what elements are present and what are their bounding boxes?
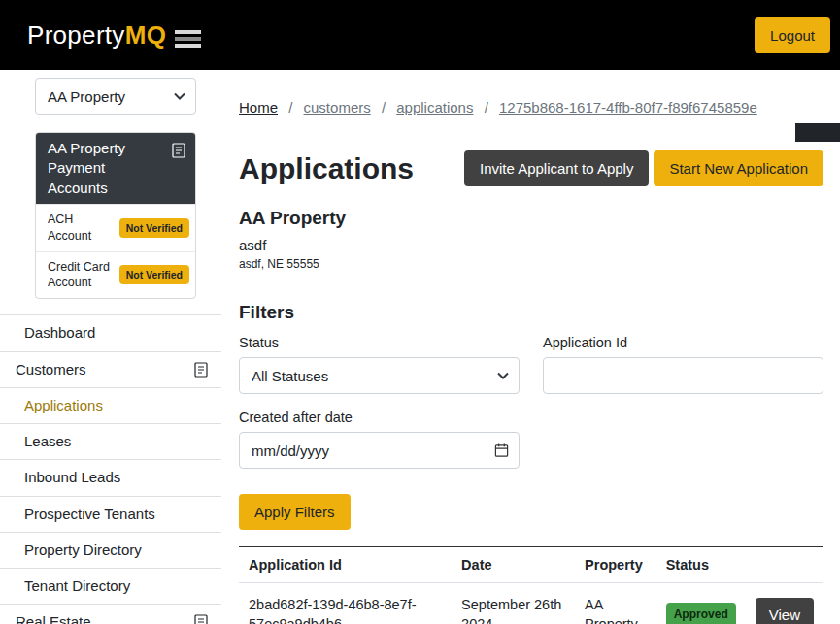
sidebar-item-inbound-leads[interactable]: Inbound Leads xyxy=(0,459,221,495)
title-actions: Invite Applicant to Apply Start New Appl… xyxy=(464,150,823,186)
filters-title: Filters xyxy=(239,302,823,323)
start-new-application-button[interactable]: Start New Application xyxy=(654,150,823,186)
property-name: AA Property xyxy=(239,208,823,229)
breadcrumb-applications[interactable]: applications xyxy=(396,99,473,115)
view-button[interactable]: View xyxy=(756,598,814,624)
sidebar-item-leases[interactable]: Leases xyxy=(0,423,221,459)
cell-action: View xyxy=(746,583,823,624)
document-icon xyxy=(194,614,208,624)
payment-account-row-credit-card[interactable]: Credit Card Account Not Verified xyxy=(36,251,195,299)
cell-application-id: 2bad682f-139d-46b8-8e7f-57ec9a9db4b6 xyxy=(239,583,452,624)
header-application-id: Application Id xyxy=(239,547,452,583)
sidebar-item-applications[interactable]: Applications xyxy=(0,387,221,423)
sidebar-item-real-estate[interactable]: Real Estate xyxy=(0,604,221,624)
created-after-field: Created after date xyxy=(239,410,520,469)
breadcrumb-application-id[interactable]: 1275b868-1617-4ffb-80f7-f89f6745859e xyxy=(499,99,757,115)
sidebar-item-property-directory[interactable]: Property Directory xyxy=(0,532,221,568)
sidebar-item-label: Customers xyxy=(16,360,86,379)
table-row: 2bad682f-139d-46b8-8e7f-57ec9a9db4b6 Sep… xyxy=(239,583,823,624)
sidebar-nav: Dashboard Customers Applications Leases … xyxy=(0,314,221,624)
header-action xyxy=(746,547,823,583)
brand-text: PropertyMQ xyxy=(27,20,166,50)
breadcrumb-separator: / xyxy=(288,99,292,115)
application-id-label: Application Id xyxy=(543,335,823,350)
payment-accounts-header: AA Property Payment Accounts xyxy=(36,133,195,204)
property-select-wrap: AA Property xyxy=(35,78,196,115)
filters-form: Status All Statuses Application Id Creat… xyxy=(239,335,823,469)
logout-button[interactable]: Logout xyxy=(755,17,830,53)
application-id-input[interactable] xyxy=(543,357,823,394)
brand-mq: MQ xyxy=(125,20,166,49)
status-label: Status xyxy=(239,335,520,350)
status-select[interactable]: All Statuses xyxy=(239,357,520,394)
header-property: Property xyxy=(575,547,656,583)
invite-applicant-button[interactable]: Invite Applicant to Apply xyxy=(464,150,649,186)
property-address-line1: asdf xyxy=(239,237,823,253)
brand-property: Property xyxy=(27,20,125,49)
not-verified-badge: Not Verified xyxy=(119,265,189,284)
sidebar-item-prospective-tenants[interactable]: Prospective Tenants xyxy=(0,496,221,532)
payment-accounts-title: AA Property Payment Accounts xyxy=(48,139,166,198)
sidebar-item-customers[interactable]: Customers xyxy=(0,351,221,387)
apply-filters-button[interactable]: Apply Filters xyxy=(239,494,351,530)
cell-date: September 26th 2024 xyxy=(452,583,575,624)
sidebar: AA Property AA Property Payment Accounts… xyxy=(0,70,221,624)
property-select[interactable]: AA Property xyxy=(35,78,196,115)
sidebar-item-tenant-directory[interactable]: Tenant Directory xyxy=(0,568,221,604)
top-navbar: PropertyMQ Logout xyxy=(0,0,840,70)
cell-status: Approved xyxy=(656,583,746,624)
payment-account-label: ACH Account xyxy=(48,212,114,245)
breadcrumb-home[interactable]: Home xyxy=(239,99,278,115)
breadcrumb: Home / customers / applications / 1275b8… xyxy=(239,99,823,115)
header-status: Status xyxy=(656,547,746,583)
header-date: Date xyxy=(452,547,575,583)
applications-table: Application Id Date Property Status 2bad… xyxy=(239,546,823,624)
main-content: Home / customers / applications / 1275b8… xyxy=(221,70,840,624)
menu-lines-icon xyxy=(175,30,201,48)
title-row: Applications Invite Applicant to Apply S… xyxy=(239,150,823,186)
payment-accounts-card: AA Property Payment Accounts ACH Account… xyxy=(35,132,196,299)
page-title: Applications xyxy=(239,152,414,185)
document-icon xyxy=(194,362,208,378)
breadcrumb-customers[interactable]: customers xyxy=(304,99,371,115)
dark-strip xyxy=(795,123,840,142)
table-header-row: Application Id Date Property Status xyxy=(239,547,823,583)
sidebar-item-dashboard[interactable]: Dashboard xyxy=(0,314,221,350)
application-id-field: Application Id xyxy=(543,335,823,394)
sidebar-item-label: Real Estate xyxy=(16,612,91,624)
created-after-label: Created after date xyxy=(239,410,520,425)
created-after-date-input[interactable] xyxy=(239,432,520,469)
status-field: Status All Statuses xyxy=(239,335,520,394)
breadcrumb-separator: / xyxy=(382,99,386,115)
document-icon xyxy=(172,143,185,158)
breadcrumb-separator: / xyxy=(485,99,488,115)
brand-logo[interactable]: PropertyMQ xyxy=(27,20,201,50)
property-address-line2: asdf, NE 55555 xyxy=(239,257,823,271)
cell-property: AA Property xyxy=(575,583,656,624)
not-verified-badge: Not Verified xyxy=(119,218,189,238)
payment-account-label: Credit Card Account xyxy=(48,259,114,292)
status-badge: Approved xyxy=(666,603,736,624)
payment-account-row-ach[interactable]: ACH Account Not Verified xyxy=(36,204,195,251)
